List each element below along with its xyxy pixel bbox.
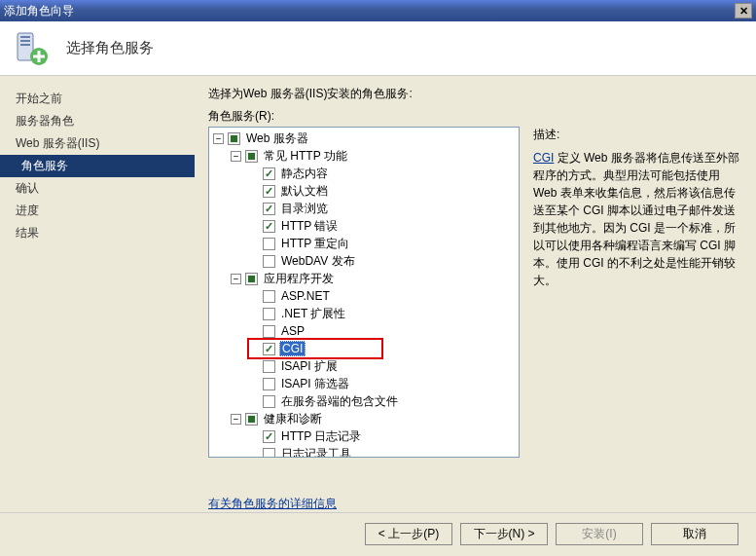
tree-node-5[interactable]: HTTP 错误 <box>209 217 519 235</box>
tree-node-label[interactable]: 应用程序开发 <box>262 271 336 287</box>
checkbox[interactable] <box>263 395 275 408</box>
main-panel: 选择为Web 服务器(IIS)安装的角色服务: 角色服务(R): −Web 服务… <box>195 76 756 512</box>
sidebar-item-0[interactable]: 开始之前 <box>0 88 195 110</box>
toggle-spacer <box>248 221 259 232</box>
tree-node-label[interactable]: ASP.NET <box>279 289 332 303</box>
collapse-icon[interactable]: − <box>231 151 241 162</box>
tree-node-1[interactable]: −常见 HTTP 功能 <box>209 147 519 165</box>
tree-node-2[interactable]: 静态内容 <box>209 165 519 182</box>
tree-node-label[interactable]: HTTP 错误 <box>279 218 340 235</box>
tree-node-10[interactable]: .NET 扩展性 <box>209 305 519 322</box>
next-button[interactable]: 下一步(N) > <box>460 523 548 545</box>
instruction-text: 选择为Web 服务器(IIS)安装的角色服务: <box>208 86 742 102</box>
checkbox[interactable] <box>263 290 275 303</box>
description-title: 描述: <box>533 127 742 143</box>
more-info-link[interactable]: 有关角色服务的详细信息 <box>208 497 337 510</box>
tree-node-label[interactable]: 静态内容 <box>279 166 330 182</box>
checkbox[interactable] <box>263 203 275 215</box>
tree-node-4[interactable]: 目录浏览 <box>209 200 519 217</box>
toggle-spacer <box>248 379 259 389</box>
checkbox[interactable] <box>245 273 258 285</box>
svg-rect-2 <box>20 40 30 42</box>
tree-node-8[interactable]: −应用程序开发 <box>209 270 519 287</box>
collapse-icon[interactable]: − <box>231 274 241 284</box>
toggle-spacer <box>248 431 259 442</box>
wizard-footer: < 上一步(P) 下一步(N) > 安装(I) 取消 <box>0 512 756 555</box>
tree-node-label[interactable]: HTTP 日志记录 <box>279 428 363 445</box>
checkbox[interactable] <box>263 325 275 338</box>
sidebar-item-6[interactable]: 结果 <box>0 222 195 244</box>
cancel-button[interactable]: 取消 <box>651 523 738 545</box>
svg-rect-1 <box>20 36 30 38</box>
tree-node-label[interactable]: 健康和诊断 <box>262 411 324 427</box>
checkbox[interactable] <box>228 132 240 145</box>
tree-node-label[interactable]: 目录浏览 <box>279 201 330 217</box>
tree-node-label[interactable]: .NET 扩展性 <box>279 306 347 322</box>
checkbox[interactable] <box>263 308 275 320</box>
toggle-spacer <box>248 361 259 372</box>
sidebar-item-5[interactable]: 进度 <box>0 200 195 222</box>
tree-node-7[interactable]: WebDAV 发布 <box>209 252 519 270</box>
checkbox[interactable] <box>263 360 275 373</box>
description-body: CGI 定义 Web 服务器将信息传送至外部程序的方式。典型用法可能包括使用 W… <box>533 149 742 289</box>
toggle-spacer <box>248 449 259 459</box>
checkbox[interactable] <box>245 413 258 426</box>
checkbox[interactable] <box>263 220 275 233</box>
tree-node-15[interactable]: 在服务器端的包含文件 <box>209 392 519 410</box>
tree-node-17[interactable]: HTTP 日志记录 <box>209 427 519 445</box>
tree-node-label[interactable]: CGI <box>279 341 306 356</box>
checkbox[interactable] <box>263 185 275 198</box>
tree-node-6[interactable]: HTTP 重定向 <box>209 235 519 252</box>
tree-node-9[interactable]: ASP.NET <box>209 287 519 305</box>
close-icon[interactable]: ✕ <box>735 3 752 19</box>
description-link[interactable]: CGI <box>533 151 554 165</box>
wizard-sidebar: 开始之前服务器角色Web 服务器(IIS)角色服务确认进度结果 <box>0 76 195 512</box>
toggle-spacer <box>248 309 259 319</box>
checkbox[interactable] <box>245 150 258 163</box>
tree-node-label[interactable]: ISAPI 筛选器 <box>279 376 351 392</box>
toggle-spacer <box>248 256 259 267</box>
tree-node-16[interactable]: −健康和诊断 <box>209 410 519 427</box>
install-button: 安装(I) <box>556 523 643 545</box>
tree-node-0[interactable]: −Web 服务器 <box>209 130 519 147</box>
tree-node-label[interactable]: 在服务器端的包含文件 <box>279 393 400 410</box>
tree-node-14[interactable]: ISAPI 筛选器 <box>209 375 519 392</box>
checkbox[interactable] <box>263 430 275 443</box>
tree-node-label[interactable]: ISAPI 扩展 <box>279 358 340 375</box>
role-services-tree[interactable]: −Web 服务器−常见 HTTP 功能静态内容默认文档目录浏览HTTP 错误HT… <box>208 127 520 458</box>
tree-node-12[interactable]: CGI <box>209 340 519 357</box>
page-title: 选择角色服务 <box>66 39 154 57</box>
tree-node-label[interactable]: WebDAV 发布 <box>279 253 357 270</box>
checkbox[interactable] <box>263 255 275 268</box>
tree-node-3[interactable]: 默认文档 <box>209 182 519 200</box>
collapse-icon[interactable]: − <box>231 414 241 425</box>
checkbox[interactable] <box>263 167 275 180</box>
sidebar-item-1[interactable]: 服务器角色 <box>0 110 195 132</box>
checkbox[interactable] <box>263 238 275 250</box>
titlebar: 添加角色向导 ✕ <box>0 0 756 21</box>
checkbox[interactable] <box>263 343 275 355</box>
tree-node-label[interactable]: Web 服务器 <box>244 130 310 147</box>
tree-node-18[interactable]: 日志记录工具 <box>209 445 519 458</box>
tree-node-label[interactable]: 常见 HTTP 功能 <box>262 148 349 165</box>
sidebar-item-2[interactable]: Web 服务器(IIS) <box>0 132 195 155</box>
toggle-spacer <box>248 291 259 302</box>
tree-node-label[interactable]: 默认文档 <box>279 183 330 200</box>
tree-node-label[interactable]: ASP <box>279 324 306 338</box>
checkbox[interactable] <box>263 448 275 459</box>
prev-button[interactable]: < 上一步(P) <box>365 523 452 545</box>
tree-node-11[interactable]: ASP <box>209 322 519 340</box>
tree-node-13[interactable]: ISAPI 扩展 <box>209 357 519 375</box>
tree-node-label[interactable]: 日志记录工具 <box>279 446 353 459</box>
svg-rect-6 <box>33 55 45 57</box>
checkbox[interactable] <box>263 378 275 390</box>
window-title: 添加角色向导 <box>4 3 735 19</box>
more-info-row: 有关角色服务的详细信息 <box>208 496 742 512</box>
collapse-icon[interactable]: − <box>213 133 224 144</box>
toggle-spacer <box>248 344 259 354</box>
toggle-spacer <box>248 326 259 337</box>
sidebar-item-4[interactable]: 确认 <box>0 177 195 200</box>
sidebar-item-3[interactable]: 角色服务 <box>0 155 195 177</box>
tree-label: 角色服务(R): <box>208 108 742 125</box>
tree-node-label[interactable]: HTTP 重定向 <box>279 236 351 252</box>
